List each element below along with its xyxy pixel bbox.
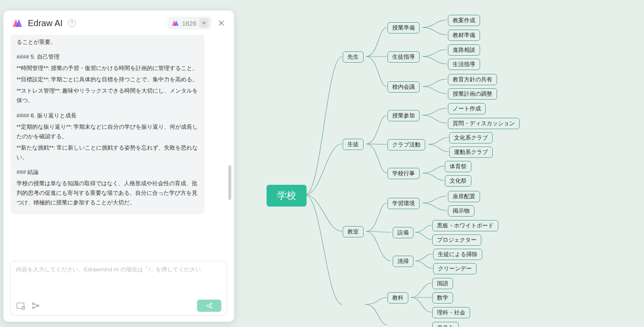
node-gakkougyouji[interactable]: 学校行事: [387, 168, 420, 179]
add-tokens-button[interactable]: +: [199, 18, 209, 28]
token-balance: 1626 +: [167, 17, 211, 30]
node-bunkasai[interactable]: 文化祭: [445, 175, 471, 187]
node-seitoshidou[interactable]: 生徒指導: [387, 51, 420, 63]
panel-header: Edraw AI ? 1626 +: [3, 10, 234, 35]
svg-point-2: [33, 303, 34, 304]
help-icon[interactable]: ?: [68, 19, 76, 27]
text-line: **定期的な振り返り**: 学期末などに自分の学びを振り返り、何が成長したのかを…: [17, 122, 198, 141]
svg-point-4: [37, 305, 39, 307]
node-projector[interactable]: プロジェクター: [432, 234, 481, 246]
node-jugyoukeikaku[interactable]: 授業計画の調整: [448, 88, 497, 100]
node-taiikusai[interactable]: 体育祭: [445, 161, 471, 172]
panel-title: Edraw AI: [28, 18, 63, 28]
input-area: [10, 261, 227, 316]
close-icon[interactable]: [217, 18, 226, 28]
node-cleanday[interactable]: クリーンデー: [433, 263, 477, 274]
node-gakushuu[interactable]: 学習環境: [387, 198, 420, 209]
text-line: **ストレス管理**: 趣味やリラックスできる時間を大切にし、メンタルを保つ。: [17, 86, 198, 105]
node-kyoushitsu[interactable]: 教室: [343, 226, 364, 237]
svg-point-3: [33, 307, 34, 309]
text-line: ることが重要。: [17, 37, 198, 47]
node-suugaku[interactable]: 数学: [432, 292, 453, 304]
mindmap-icon[interactable]: [31, 301, 40, 310]
edraw-logo-icon: [11, 17, 23, 29]
node-jugyousanka[interactable]: 授業参加: [387, 110, 420, 121]
node-setsubi[interactable]: 設備: [393, 227, 414, 238]
node-shitsumon[interactable]: 質問・ディスカッション: [448, 118, 520, 129]
node-kyouan[interactable]: 教案作成: [448, 15, 480, 26]
text-line: 学校の授業は単なる知識の取得ではなく、人格形成や社会性の育成、批判的思考の促進に…: [17, 179, 198, 207]
text-line: **目標設定**: 学期ごとに具体的な目標を持つことで、集中力を高める。: [17, 75, 198, 84]
node-rikashakai[interactable]: 理科・社会: [432, 307, 470, 318]
node-club[interactable]: クラブ活動: [387, 139, 425, 150]
node-kyouikuhoushin[interactable]: 教育方針の共有: [448, 74, 497, 85]
node-kyouzai[interactable]: 教材準備: [448, 30, 480, 41]
node-seitosouji[interactable]: 生徒による掃除: [433, 249, 482, 260]
node-seikatsu[interactable]: 生活指導: [448, 59, 480, 70]
prompt-input[interactable]: [16, 266, 221, 297]
node-kounaikaigi[interactable]: 校内会議: [387, 81, 420, 93]
node-kokuban[interactable]: 黒板・ホワイトボード: [432, 220, 498, 231]
node-seito[interactable]: 生徒: [343, 139, 364, 150]
node-keiji[interactable]: 掲示物: [448, 205, 474, 217]
node-kyouka[interactable]: 教科: [387, 292, 408, 304]
token-logo-icon: [171, 19, 180, 27]
text-heading: #### 6. 振り返りと成長: [17, 111, 198, 120]
ai-panel: Edraw AI ? 1626 + ることが重要。 #### 5. 自己管理 *…: [3, 10, 234, 322]
node-test[interactable]: テスト: [432, 322, 459, 327]
send-button[interactable]: [197, 300, 221, 312]
node-seisou[interactable]: 清掃: [393, 256, 414, 267]
node-zaseki[interactable]: 座席配置: [448, 191, 480, 202]
mindmap-root-node[interactable]: 学校: [267, 185, 307, 207]
node-kokugo[interactable]: 国語: [432, 278, 453, 289]
insert-card-icon[interactable]: [16, 301, 26, 310]
scrollbar-thumb[interactable]: [228, 165, 231, 200]
node-sensei[interactable]: 先生: [343, 51, 364, 63]
node-bunkakei[interactable]: 文化系クラブ: [449, 132, 493, 143]
text-heading: #### 5. 自己管理: [17, 52, 198, 62]
node-undoukei[interactable]: 運動系クラブ: [449, 147, 493, 158]
node-shinro[interactable]: 進路相談: [448, 44, 480, 56]
token-count: 1626: [182, 20, 197, 27]
text-heading: ### 結論: [17, 167, 198, 177]
node-note[interactable]: ノート作成: [448, 103, 486, 114]
chat-scroll-area[interactable]: ることが重要。 #### 5. 自己管理 **時間管理**: 授業の予習・復習に…: [3, 35, 234, 256]
text-line: **新たな挑戦**: 常に新しいことに挑戦する姿勢を忘れず、失敗を恐れない。: [17, 143, 198, 162]
ai-message-bubble: ることが重要。 #### 5. 自己管理 **時間管理**: 授業の予習・復習に…: [10, 35, 204, 214]
text-line: **時間管理**: 授業の予習・復習にかける時間を計画的に管理すること。: [17, 63, 198, 73]
node-jugyoujunbi[interactable]: 授業準備: [387, 22, 420, 33]
